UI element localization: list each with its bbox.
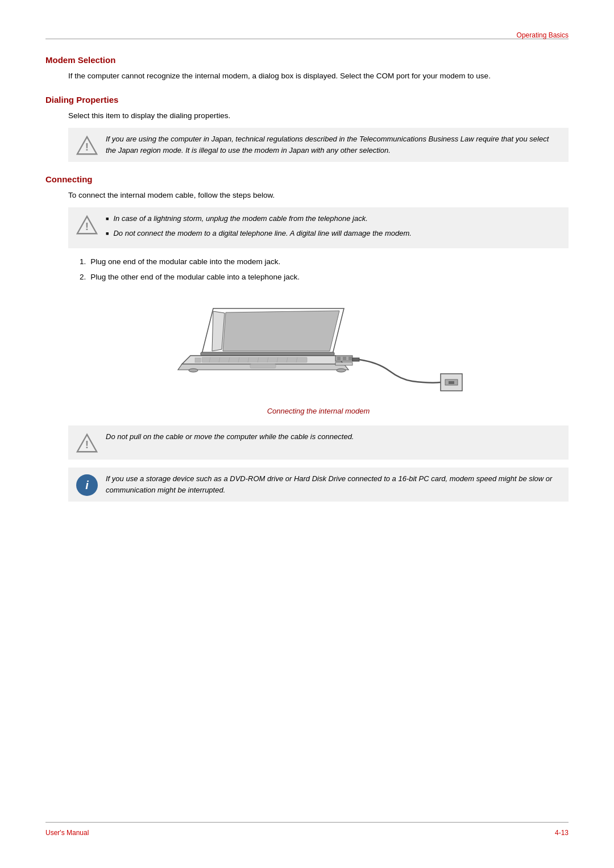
footer-right: 4-13	[555, 829, 569, 837]
svg-rect-4	[201, 352, 334, 356]
info-box: i If you use a storage device such as a …	[68, 468, 569, 502]
svg-rect-26	[250, 364, 276, 368]
svg-rect-17	[337, 357, 341, 360]
svg-point-25	[337, 369, 346, 372]
svg-text:!: !	[85, 221, 89, 233]
connecting-steps: 1. Plug one end of the modular cable int…	[80, 256, 569, 283]
svg-rect-19	[349, 357, 352, 360]
connecting-section: Connecting To connect the internal modem…	[45, 174, 569, 502]
svg-rect-23	[449, 381, 454, 384]
laptop-diagram-area	[68, 297, 569, 402]
step-1: 1. Plug one end of the modular cable int…	[80, 256, 569, 268]
connecting-intro: To connect the internal modem cable, fol…	[68, 190, 569, 202]
svg-rect-27	[335, 362, 352, 365]
connecting-bullet-list: In case of a lightning storm, unplug the…	[106, 213, 412, 243]
bullet-item-1: In case of a lightning storm, unplug the…	[106, 213, 412, 224]
bottom-rule	[45, 822, 569, 823]
pull-warning-icon: !	[76, 432, 98, 454]
step-2: 2. Plug the other end of the modular cab…	[80, 272, 569, 283]
footer: User's Manual 4-13	[45, 829, 569, 837]
svg-rect-5	[202, 357, 307, 362]
dialing-properties-heading: Dialing Properties	[45, 95, 569, 105]
pull-warning-box: ! Do not pull on the cable or move the c…	[68, 425, 569, 460]
diagram-caption: Connecting the internal modem	[68, 407, 569, 415]
modem-selection-body: If the computer cannot recognize the int…	[68, 70, 569, 82]
modem-selection-section: Modem Selection If the computer cannot r…	[45, 55, 569, 82]
bullet-item-2: Do not connect the modem to a digital te…	[106, 228, 412, 239]
section-header-label: Operating Basics	[517, 31, 569, 39]
svg-rect-18	[343, 357, 346, 360]
dialing-properties-body: Select this item to display the dialing …	[68, 110, 569, 122]
svg-rect-28	[195, 358, 201, 362]
page: Operating Basics Modem Selection If the …	[0, 0, 614, 868]
connecting-warning-box: ! In case of a lightning storm, unplug t…	[68, 207, 569, 248]
laptop-diagram-svg	[168, 297, 469, 402]
top-rule	[45, 39, 569, 39]
svg-text:!: !	[85, 439, 89, 451]
warning-icon: !	[76, 135, 98, 156]
info-icon: i	[76, 474, 98, 496]
svg-point-24	[189, 369, 198, 372]
dialing-warning-box: ! If you are using the computer in Japan…	[68, 128, 569, 162]
connecting-warning-icon: !	[76, 214, 98, 236]
dialing-properties-section: Dialing Properties Select this item to d…	[45, 95, 569, 162]
svg-text:!: !	[85, 141, 89, 153]
svg-rect-20	[352, 358, 359, 361]
pull-warning-text: Do not pull on the cable or move the com…	[106, 431, 354, 443]
footer-left: User's Manual	[45, 829, 89, 837]
connecting-heading: Connecting	[45, 174, 569, 184]
modem-selection-heading: Modem Selection	[45, 55, 569, 65]
info-text: If you use a storage device such as a DV…	[106, 473, 561, 496]
dialing-warning-text: If you are using the computer in Japan, …	[106, 133, 561, 156]
